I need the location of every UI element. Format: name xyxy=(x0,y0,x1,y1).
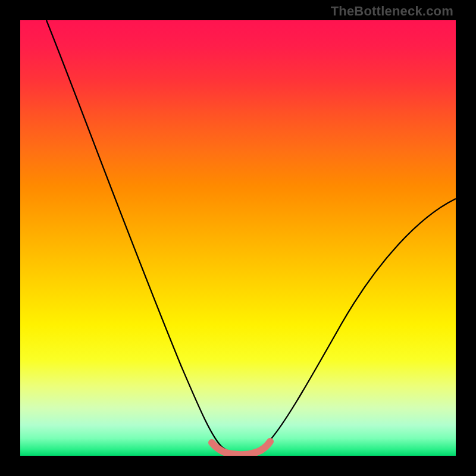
chart-frame: TheBottleneck.com xyxy=(0,0,476,476)
watermark-text: TheBottleneck.com xyxy=(331,4,453,19)
bottleneck-curve-svg xyxy=(20,20,456,456)
plot-area xyxy=(20,20,456,456)
bottleneck-curve xyxy=(46,20,456,454)
optimal-flat-segment xyxy=(212,441,270,455)
